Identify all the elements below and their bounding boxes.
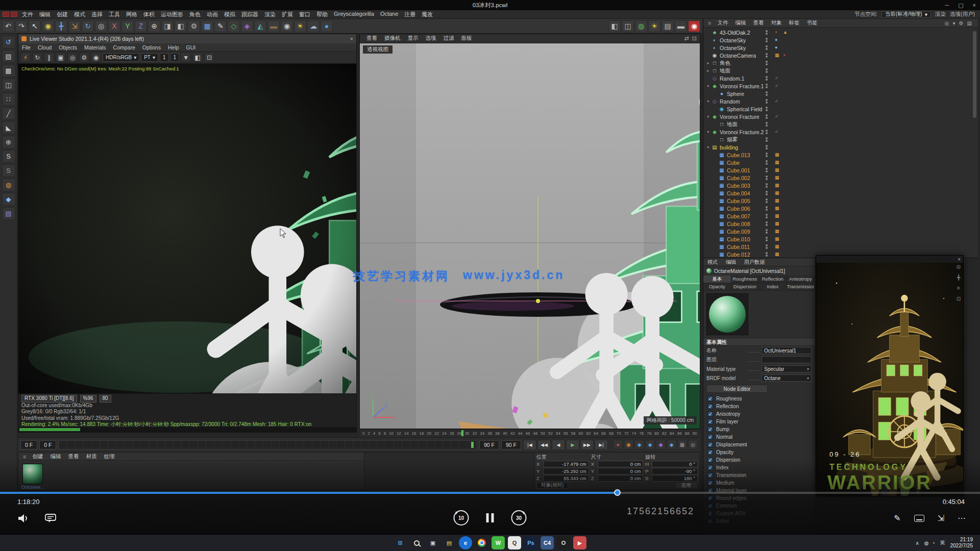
menu-item[interactable]: 模拟	[221, 11, 238, 18]
z-axis-button[interactable]: Z	[135, 20, 147, 32]
material-icon[interactable]: ●	[321, 20, 333, 32]
mograph-icon[interactable]: ◇	[228, 20, 240, 32]
menu-item[interactable]: 标签	[785, 19, 803, 27]
menu-item[interactable]: GUI	[183, 43, 200, 51]
pause-button[interactable]	[486, 513, 494, 522]
menu-item[interactable]: 模式	[71, 11, 88, 18]
object-row[interactable]: ▸ □ 角色	[703, 59, 978, 67]
menu-item[interactable]: 文件	[19, 11, 36, 18]
visibility-toggles[interactable]	[766, 53, 768, 58]
gsg-icon[interactable]: ◍	[635, 20, 647, 32]
menu-item[interactable]: 网格	[123, 11, 140, 18]
render-toggle-icon[interactable]: ⚡	[20, 53, 31, 62]
channel-tab[interactable]: Index	[759, 283, 787, 290]
menu-item[interactable]: 显示	[404, 35, 422, 42]
spinner-field[interactable]: 1	[160, 53, 169, 62]
layer-palette-icon[interactable]: ▤	[2, 207, 15, 220]
render-view-icon[interactable]: ◨	[161, 20, 174, 32]
layout-icon[interactable]: ▤	[967, 20, 972, 26]
octane-live-icon[interactable]: ◉	[688, 20, 700, 32]
object-name[interactable]: Cube	[727, 160, 740, 166]
options-label[interactable]: 选项(用户)	[950, 11, 975, 18]
object-name[interactable]: Cube.002	[727, 175, 750, 181]
expand-arrow-icon[interactable]: ▾	[705, 84, 711, 88]
menu-item[interactable]: 选项	[422, 35, 440, 42]
checkbox[interactable]	[707, 411, 713, 417]
render-region-icon[interactable]: ◧	[175, 20, 187, 32]
visibility-toggles[interactable]	[766, 237, 768, 241]
sky-tag-icon[interactable]: ●	[775, 45, 777, 50]
checkbox[interactable]	[707, 419, 713, 424]
spinner-field[interactable]: 1	[170, 53, 180, 62]
maximize-view-icon[interactable]: ⊡	[692, 35, 697, 42]
object-name[interactable]: Cube.001	[727, 167, 750, 173]
picture-viewer-titlebar[interactable]: ×	[816, 256, 963, 263]
key-pla-button[interactable]: ▦	[677, 440, 687, 449]
expand-arrow-icon[interactable]: ▾	[705, 130, 711, 134]
alembic-tag-icon[interactable]: ▲	[783, 30, 788, 35]
channel-tab[interactable]: Reflection	[759, 276, 787, 283]
menu-item[interactable]: 面板	[458, 35, 476, 42]
object-row[interactable]: ▾ ◆ Voronoi Fracture.2 ✓	[703, 128, 978, 136]
error-tag-icon[interactable]: ×	[775, 30, 777, 35]
object-row[interactable]: ▦ Cube.002 ▦	[703, 174, 978, 182]
frame-end-field[interactable]: 90 F	[479, 440, 499, 449]
prev-key-button[interactable]: ◀◀	[537, 440, 551, 450]
visibility-toggles[interactable]	[766, 244, 768, 249]
node-editor-button[interactable]: Node Editor	[706, 385, 768, 393]
annotate-pencil-icon[interactable]: ✎	[894, 513, 900, 523]
floor-icon[interactable]: ▬	[267, 20, 280, 32]
frame-start-field[interactable]: 0 F	[20, 440, 37, 449]
close-icon[interactable]: ×	[958, 257, 961, 262]
material-preview[interactable]	[706, 293, 748, 335]
task-view-button[interactable]: ▣	[426, 536, 439, 549]
zoom-icon[interactable]: ◎	[957, 264, 961, 269]
visibility-toggles[interactable]	[766, 76, 768, 81]
playhead-marker[interactable]	[461, 430, 463, 436]
photoshop-button[interactable]: Ps	[524, 536, 537, 549]
menu-item[interactable]: 渲染	[261, 11, 279, 18]
autokey-button[interactable]: ◉	[624, 440, 633, 449]
menu-item[interactable]: 书签	[803, 19, 821, 27]
tablet-icon[interactable]	[914, 515, 924, 522]
object-name[interactable]: 地面	[727, 121, 738, 128]
wechat-button[interactable]: W	[492, 536, 505, 549]
primitive-cube-icon[interactable]: ▦	[201, 20, 213, 32]
visibility-toggles[interactable]	[766, 145, 768, 149]
menu-item[interactable]: 魔改	[419, 11, 436, 18]
paint-tool-icon[interactable]: ◍	[2, 179, 15, 191]
menu-item[interactable]: Octane	[377, 11, 401, 18]
coord-input[interactable]: 0 cm	[598, 468, 644, 474]
forward-30-button[interactable]: 30	[511, 510, 527, 525]
menu-item[interactable]: File	[18, 43, 34, 51]
object-name[interactable]: Cube.009	[727, 229, 750, 235]
chrome-button[interactable]	[475, 536, 488, 549]
sky-tag-icon[interactable]: ●	[775, 37, 777, 42]
error-tag-icon[interactable]: ×	[783, 53, 786, 58]
visibility-toggles[interactable]	[766, 176, 768, 180]
menu-item[interactable]: 创建	[29, 453, 46, 460]
player-button[interactable]: ▶	[573, 536, 586, 549]
lv-fullscreen-icon[interactable]: ⊡	[204, 53, 214, 62]
filter-icon[interactable]: ▾	[953, 20, 955, 26]
coord-system-icon[interactable]: ⊕	[148, 20, 160, 32]
menu-item[interactable]: 注册	[401, 11, 419, 18]
material-channel-row[interactable]: Transmission	[703, 471, 815, 479]
light-icon[interactable]: ☀	[294, 20, 306, 32]
object-name[interactable]: 43-OldOak.2	[720, 30, 750, 36]
menu-item[interactable]: 角色	[186, 11, 204, 18]
volume-icon[interactable]	[17, 514, 30, 523]
size-header[interactable]: 尺寸	[591, 454, 644, 460]
object-row[interactable]: ▦ Cube.010 ▦	[703, 235, 978, 243]
render-settings-icon[interactable]: ⚙	[188, 20, 200, 32]
coord-input[interactable]: 0 cm	[598, 461, 644, 467]
object-name[interactable]: OctaneCamera	[720, 53, 756, 59]
y-axis-button[interactable]: Y	[121, 20, 134, 32]
move-tool-icon[interactable]: ╋	[55, 20, 67, 32]
object-name[interactable]: building	[720, 144, 738, 151]
texture-tag-icon[interactable]: ▦	[775, 167, 779, 172]
visibility-toggles[interactable]	[766, 122, 768, 127]
expand-arrow-icon[interactable]: ▸	[705, 61, 711, 65]
menu-item[interactable]: 编辑	[731, 19, 749, 27]
object-name[interactable]: Random	[720, 98, 740, 105]
